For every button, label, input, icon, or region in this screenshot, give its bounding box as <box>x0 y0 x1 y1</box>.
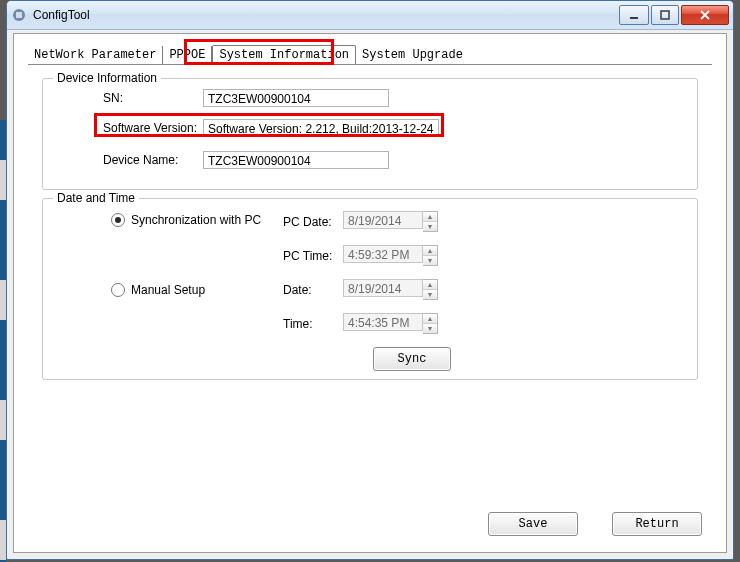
svg-rect-2 <box>630 17 638 19</box>
radio-manual-setup[interactable]: Manual Setup <box>111 283 205 297</box>
date-value: 8/19/2014 <box>343 279 423 297</box>
device-name-field[interactable]: TZC3EW00900104 <box>203 151 389 169</box>
svg-rect-3 <box>661 11 669 19</box>
save-button[interactable]: Save <box>488 512 578 536</box>
config-tool-window: ConfigTool NetWork Parameter PPPOE Syste… <box>6 0 734 560</box>
tab-system-information[interactable]: System Information <box>212 45 356 65</box>
tab-network-parameter[interactable]: NetWork Parameter <box>28 46 163 64</box>
date-and-time-legend: Date and Time <box>53 191 139 205</box>
device-information-legend: Device Information <box>53 71 161 85</box>
radio-sync-with-pc[interactable]: Synchronization with PC <box>111 213 261 227</box>
pc-date-label: PC Date: <box>283 215 343 229</box>
sn-field[interactable]: TZC3EW00900104 <box>203 89 389 107</box>
client-area: NetWork Parameter PPPOE System Informati… <box>13 33 727 553</box>
date-spinner[interactable]: 8/19/2014 ▲▼ <box>343 279 438 300</box>
window-title: ConfigTool <box>33 8 619 22</box>
minimize-button[interactable] <box>619 5 649 25</box>
pc-time-value: 4:59:32 PM <box>343 245 423 263</box>
spin-up-icon[interactable]: ▲ <box>423 246 437 255</box>
pc-date-value: 8/19/2014 <box>343 211 423 229</box>
spin-up-icon[interactable]: ▲ <box>423 280 437 289</box>
radio-manual-setup-label: Manual Setup <box>131 283 205 297</box>
time-label: Time: <box>283 317 343 331</box>
pc-time-label: PC Time: <box>283 249 343 263</box>
pc-date-spinner[interactable]: 8/19/2014 ▲▼ <box>343 211 438 232</box>
spin-up-icon[interactable]: ▲ <box>423 212 437 221</box>
tab-strip: NetWork Parameter PPPOE System Informati… <box>28 44 469 64</box>
radio-sync-with-pc-label: Synchronization with PC <box>131 213 261 227</box>
spin-down-icon[interactable]: ▼ <box>423 323 437 333</box>
tab-system-upgrade[interactable]: System Upgrade <box>356 46 469 64</box>
date-and-time-group: Date and Time Synchronization with PC Ma… <box>42 198 698 380</box>
software-version-field[interactable]: Software Version: 2.212, Build:2013-12-2… <box>203 119 439 137</box>
time-spinner[interactable]: 4:54:35 PM ▲▼ <box>343 313 438 334</box>
spin-down-icon[interactable]: ▼ <box>423 255 437 265</box>
spin-down-icon[interactable]: ▼ <box>423 289 437 299</box>
pc-time-spinner[interactable]: 4:59:32 PM ▲▼ <box>343 245 438 266</box>
device-name-label: Device Name: <box>103 153 203 167</box>
svg-rect-1 <box>16 12 22 18</box>
date-label: Date: <box>283 283 343 297</box>
app-icon <box>11 7 27 23</box>
software-version-label: Software Version: <box>103 121 203 135</box>
tab-pppoe[interactable]: PPPOE <box>163 46 212 64</box>
maximize-button[interactable] <box>651 5 679 25</box>
return-button[interactable]: Return <box>612 512 702 536</box>
close-button[interactable] <box>681 5 729 25</box>
tab-underline <box>28 64 712 65</box>
spin-down-icon[interactable]: ▼ <box>423 221 437 231</box>
titlebar[interactable]: ConfigTool <box>7 1 733 30</box>
time-value: 4:54:35 PM <box>343 313 423 331</box>
sync-button[interactable]: Sync <box>373 347 451 371</box>
sn-label: SN: <box>103 91 203 105</box>
device-information-group: Device Information SN: TZC3EW00900104 So… <box>42 78 698 190</box>
spin-up-icon[interactable]: ▲ <box>423 314 437 323</box>
